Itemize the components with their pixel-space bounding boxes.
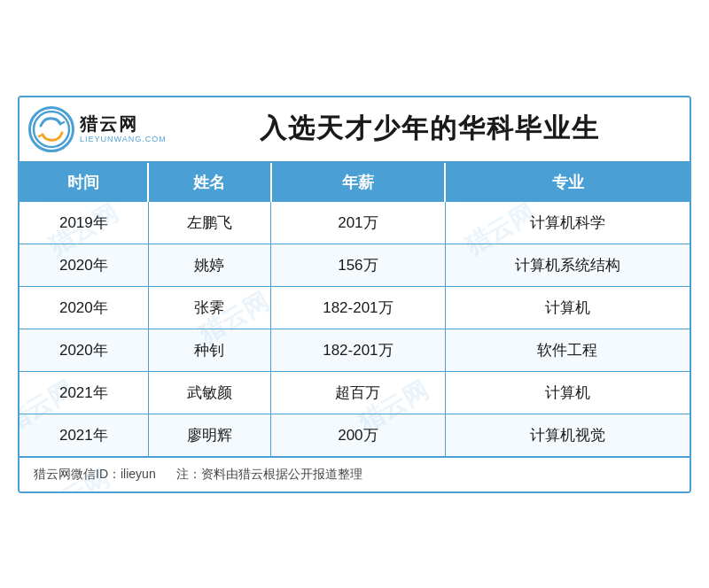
cell-major: 计算机	[445, 371, 690, 414]
main-card: 猎云网 猎云网 猎云网 猎云网 猎云网 猎云网 猎云网 LIEYUNWANG.C…	[18, 96, 691, 493]
table-row: 2021年廖明辉200万计算机视觉	[19, 414, 690, 456]
table-row: 2021年武敏颜超百万计算机	[19, 371, 690, 414]
cell-name: 种钊	[148, 329, 270, 371]
footer-note: 注：资料由猎云根据公开报道整理	[176, 467, 362, 481]
cell-major: 计算机视觉	[445, 414, 690, 456]
cell-salary: 超百万	[271, 371, 445, 414]
col-header-salary: 年薪	[271, 163, 445, 202]
table-row: 2019年左鹏飞201万计算机科学	[19, 202, 690, 244]
cell-salary: 182-201万	[271, 286, 445, 329]
cell-year: 2021年	[19, 414, 148, 456]
col-header-time: 时间	[19, 163, 148, 202]
logo-circle	[28, 106, 74, 152]
table-row: 2020年张霁182-201万计算机	[19, 286, 690, 329]
page-title: 入选天才少年的华科毕业生	[184, 111, 675, 147]
cell-salary: 201万	[271, 202, 445, 244]
cell-name: 武敏颜	[148, 371, 270, 414]
table-body: 2019年左鹏飞201万计算机科学2020年姚婷156万计算机系统结构2020年…	[19, 202, 690, 456]
col-header-name: 姓名	[148, 163, 270, 202]
cell-salary: 156万	[271, 244, 445, 286]
logo-zh: 猎云网	[80, 113, 167, 135]
footer: 猎云网微信ID：ilieyun 注：资料由猎云根据公开报道整理	[19, 456, 690, 491]
data-table: 时间 姓名 年薪 专业 2019年左鹏飞201万计算机科学2020年姚婷156万…	[19, 163, 690, 456]
cell-name: 张霁	[148, 286, 270, 329]
footer-wechat: 猎云网微信ID：ilieyun	[34, 467, 156, 481]
cell-year: 2020年	[19, 286, 148, 329]
logo-en: LIEYUNWANG.COM	[80, 135, 167, 144]
cell-major: 软件工程	[445, 329, 690, 371]
header: 猎云网 LIEYUNWANG.COM 入选天才少年的华科毕业生	[19, 97, 690, 163]
table-row: 2020年姚婷156万计算机系统结构	[19, 244, 690, 286]
cell-year: 2020年	[19, 244, 148, 286]
cell-major: 计算机	[445, 286, 690, 329]
cell-salary: 200万	[271, 414, 445, 456]
cell-name: 姚婷	[148, 244, 270, 286]
cell-major: 计算机科学	[445, 202, 690, 244]
logo-text: 猎云网 LIEYUNWANG.COM	[80, 113, 167, 144]
cell-name: 左鹏飞	[148, 202, 270, 244]
cell-name: 廖明辉	[148, 414, 270, 456]
cell-salary: 182-201万	[271, 329, 445, 371]
logo-area: 猎云网 LIEYUNWANG.COM	[28, 106, 167, 152]
cell-year: 2019年	[19, 202, 148, 244]
cell-year: 2021年	[19, 371, 148, 414]
table-row: 2020年种钊182-201万软件工程	[19, 329, 690, 371]
logo-svg-icon	[32, 110, 71, 149]
svg-point-0	[34, 112, 69, 147]
table-header-row: 时间 姓名 年薪 专业	[19, 163, 690, 202]
cell-year: 2020年	[19, 329, 148, 371]
cell-major: 计算机系统结构	[445, 244, 690, 286]
col-header-major: 专业	[445, 163, 690, 202]
